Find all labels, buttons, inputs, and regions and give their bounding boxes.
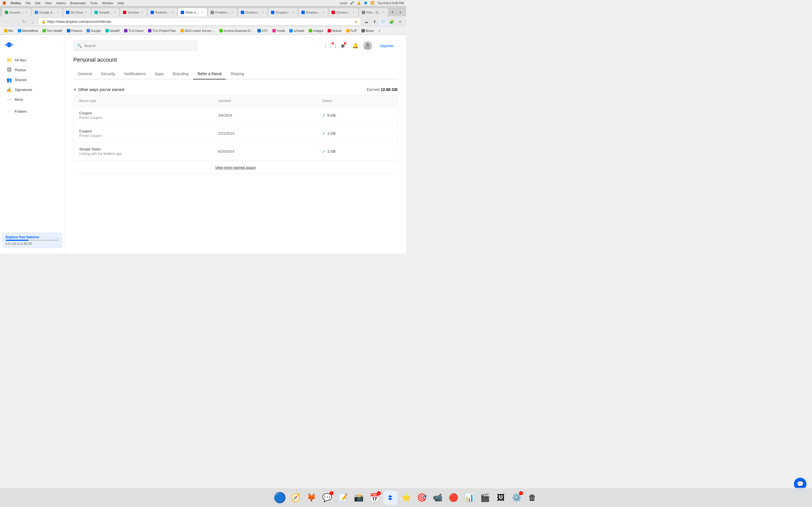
- bookmark-stc[interactable]: STC: [256, 29, 269, 33]
- sidebar-item-more[interactable]: ⋯ More: [2, 95, 62, 104]
- home-button[interactable]: ⌂: [29, 18, 37, 25]
- tab-dropbox1[interactable]: Dropbox... ×: [238, 8, 268, 16]
- reload-button[interactable]: ↻: [20, 18, 28, 25]
- tab-google[interactable]: Google S... ×: [32, 8, 63, 16]
- tab-close-button[interactable]: ×: [85, 10, 88, 14]
- user-avatar[interactable]: [363, 41, 372, 50]
- tab-close-button[interactable]: ×: [231, 10, 234, 14]
- back-button[interactable]: ←: [2, 18, 10, 25]
- notifications-bell-button[interactable]: 🔔: [351, 41, 360, 50]
- tab-close-button[interactable]: ×: [171, 10, 174, 14]
- activity-button[interactable]: ◉: [338, 41, 347, 50]
- menu-firefox[interactable]: Firefox: [11, 1, 21, 5]
- tab-refer[interactable]: Refer a ... ×: [177, 8, 207, 16]
- tab-income[interactable]: Income-... ×: [2, 8, 31, 16]
- bookmark-finance[interactable]: Finance: [65, 29, 84, 33]
- menu-history[interactable]: History: [56, 1, 66, 5]
- tab-problem[interactable]: Problem... ×: [207, 8, 238, 16]
- tab-close-button[interactable]: ×: [352, 10, 355, 14]
- bookmark-income[interactable]: Income-Expense-D...: [218, 29, 254, 33]
- sidebar-item-folders[interactable]: › Folders: [2, 107, 62, 116]
- tab-close-button[interactable]: ×: [113, 10, 116, 14]
- menu-icon[interactable]: ≡: [396, 18, 404, 25]
- view-more-button[interactable]: View more earned space: [215, 165, 256, 170]
- bookmark-tomhealth[interactable]: Tom Health: [41, 29, 64, 33]
- apple-menu[interactable]: 🍎: [2, 1, 6, 5]
- account-tabs: General Security Notifications Apps Bran…: [73, 69, 398, 79]
- tab-list-button[interactable]: ▾: [397, 8, 404, 16]
- new-tab-button[interactable]: +: [389, 8, 396, 16]
- tab-simplifi[interactable]: Simplifi... ×: [91, 8, 120, 16]
- sidebar-item-allfiles[interactable]: 📁 All files: [2, 55, 62, 65]
- menu-edit[interactable]: Edit: [35, 1, 40, 5]
- sidebar-item-shared[interactable]: 👥 Shared: [2, 75, 62, 84]
- menu-tools[interactable]: Tools: [90, 1, 98, 5]
- bookmark-tlghours[interactable]: TLG Hours: [122, 29, 145, 33]
- bookmark-more[interactable]: »: [377, 29, 382, 33]
- tab-favicon: [66, 11, 69, 14]
- tab-close-button[interactable]: ×: [322, 10, 325, 14]
- tab-close-button[interactable]: ×: [382, 10, 386, 14]
- tab-redeem[interactable]: Redeem... ×: [147, 8, 177, 16]
- bookmark-marketbeat[interactable]: MarketBeat: [16, 29, 40, 33]
- sidebar-item-photos[interactable]: 🖼 Photos: [2, 65, 62, 75]
- bookmark-todoist[interactable]: Todoist: [326, 29, 343, 33]
- bonus-type-cell: Coupon Promo Coupon: [79, 111, 218, 120]
- bluetooth-icon: 🔷: [364, 1, 368, 5]
- bookmark-star[interactable]: ★: [354, 19, 358, 24]
- bookmark-library[interactable]: library: [360, 29, 376, 33]
- menu-view[interactable]: View: [45, 1, 52, 5]
- bookmark-yoodli[interactable]: Yoodli: [271, 29, 287, 33]
- tab-general[interactable]: General: [73, 69, 96, 79]
- download-icon[interactable]: ⬇: [371, 18, 378, 25]
- tab-favicon: [94, 11, 98, 14]
- bookmark-simplifi[interactable]: Simplifi: [104, 29, 121, 33]
- tab-refer-a-friend[interactable]: Refer a friend: [193, 69, 226, 79]
- tab-mydrive[interactable]: My Drive ×: [63, 8, 91, 16]
- pocket-icon[interactable]: ☁: [363, 18, 370, 25]
- tab-close-button[interactable]: ×: [141, 10, 144, 14]
- bookmark-flip[interactable]: FLIP: [345, 29, 359, 33]
- bookmark-chatgpt[interactable]: chatgpt: [307, 29, 325, 33]
- menu-help[interactable]: Help: [117, 1, 124, 5]
- tab-security[interactable]: Security: [96, 69, 120, 79]
- menu-file[interactable]: File: [26, 1, 31, 5]
- tab-dropbox3[interactable]: Dropbox... ×: [298, 8, 328, 16]
- bonus-type-cell: Coupon Promo Coupon: [79, 129, 218, 138]
- tab-close-button[interactable]: ×: [25, 10, 28, 14]
- tab-apps[interactable]: Apps: [150, 69, 168, 79]
- bookmark-google[interactable]: Google: [85, 29, 102, 33]
- dropbox-logo[interactable]: [0, 38, 64, 55]
- search-bar[interactable]: 🔍: [73, 40, 197, 51]
- tab-files[interactable]: Files - D... ×: [359, 8, 389, 16]
- tab-close-button[interactable]: ×: [261, 10, 264, 14]
- tab-branding[interactable]: Branding: [168, 69, 193, 79]
- sidebar-item-signatures[interactable]: ✍️ Signatures: [2, 85, 62, 94]
- upgrade-button[interactable]: Upgrade: [375, 42, 398, 50]
- sidebar: 📁 All files 🖼 Photos 👥 Shared ✍️ Signatu…: [0, 35, 65, 253]
- apps-grid-button[interactable]: ⋮⋮⋮: [326, 41, 335, 50]
- storage-collapse-button[interactable]: ⌄: [56, 236, 59, 239]
- tab-dropbox2[interactable]: Dropbox... ×: [268, 8, 298, 16]
- vpn-icon[interactable]: 🛡: [379, 18, 387, 25]
- tab-close-button[interactable]: ×: [201, 10, 204, 14]
- notification-center[interactable]: 🔔: [357, 1, 361, 5]
- tab-quicken2[interactable]: Quicken... ×: [328, 8, 358, 16]
- address-bar[interactable]: 🔒 https://www.dropbox.com/account/referr…: [38, 18, 361, 25]
- menu-window[interactable]: Window: [102, 1, 113, 5]
- tab-favicon: [241, 11, 244, 14]
- tab-notifications[interactable]: Notifications: [119, 69, 150, 79]
- tab-quicken[interactable]: Quicken ×: [120, 8, 147, 16]
- tab-close-button[interactable]: ×: [292, 10, 295, 14]
- extensions-icon[interactable]: 🧩: [388, 18, 395, 25]
- tab-sharing[interactable]: Sharing: [226, 69, 248, 79]
- bookmark-wix[interactable]: Wix: [2, 29, 15, 33]
- bookmark-survey[interactable]: 2024 Lester Survey ...: [179, 29, 217, 33]
- menu-bookmarks[interactable]: Bookmarks: [70, 1, 86, 5]
- wifi-icon: 📶: [370, 1, 374, 5]
- bookmark-schwab[interactable]: schwab: [288, 29, 306, 33]
- bookmark-tlgproject[interactable]: TLG Project Plan: [146, 29, 177, 33]
- forward-button[interactable]: →: [11, 18, 18, 25]
- tab-close-button[interactable]: ×: [56, 10, 60, 14]
- search-input[interactable]: [84, 44, 194, 48]
